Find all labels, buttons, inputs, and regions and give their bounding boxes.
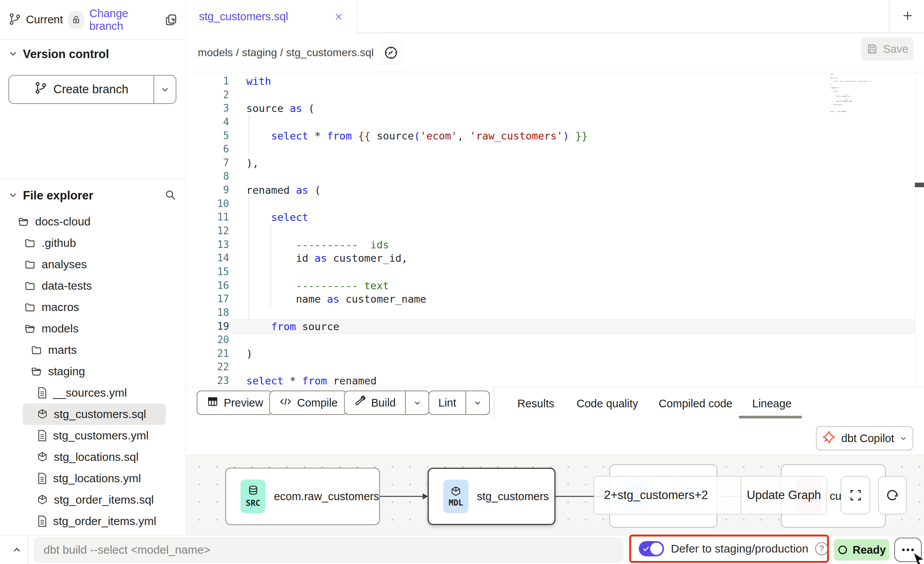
folder-open-icon — [30, 366, 42, 377]
refresh-button[interactable] — [878, 476, 906, 514]
branch-row: Current Change branch — [0, 0, 186, 40]
search-icon[interactable] — [164, 189, 176, 203]
file-tree-item-data-tests[interactable]: data-tests — [8, 275, 176, 297]
sidebar: Current Change branch Version control — [0, 0, 186, 535]
tab-lineage[interactable]: Lineage — [752, 387, 792, 420]
file-tree-item-models[interactable]: models — [8, 318, 176, 339]
minimap[interactable]: with source as ( select * from {{ source… — [830, 74, 914, 383]
file-tree-item-staging[interactable]: staging — [8, 361, 176, 382]
file-tree-item-stg-locations-sql[interactable]: stg_locations.sql — [8, 446, 176, 468]
tab-code-quality[interactable]: Code quality — [577, 387, 638, 420]
node-label: ecom.raw_customers — [274, 490, 379, 503]
current-branch-label: Current — [26, 13, 63, 26]
file-tree-item-macros[interactable]: macros — [8, 297, 176, 318]
close-icon[interactable] — [333, 11, 344, 22]
tab-compiled-code[interactable]: Compiled code — [659, 387, 732, 420]
git-branch-icon — [34, 81, 47, 97]
chevron-down-icon[interactable] — [8, 49, 18, 60]
save-label: Save — [883, 43, 908, 55]
file-tree-item-stg-locations-yml[interactable]: stg_locations.yml — [8, 468, 176, 489]
copy-icon[interactable] — [164, 13, 178, 27]
file-tree-item-docs-cloud[interactable]: docs-cloud — [8, 211, 176, 232]
dbt-copilot-icon — [822, 430, 836, 447]
code-icon — [279, 396, 292, 410]
build-label: Build — [371, 397, 396, 409]
change-branch-link[interactable]: Change branch — [89, 7, 158, 32]
compile-button[interactable]: Compile — [269, 391, 347, 415]
wrench-icon — [354, 395, 366, 410]
file-tree-item-stg-customers-yml[interactable]: stg_customers.yml — [8, 425, 176, 446]
lineage-filter-bar: 2+stg_customers+2 Update Graph — [594, 476, 827, 514]
defer-toggle[interactable] — [639, 541, 664, 556]
lineage-node-stg-customers[interactable]: MDL stg_customers — [428, 468, 556, 525]
file-label: analyses — [42, 258, 87, 271]
editor-separator — [915, 72, 916, 387]
chevron-down-icon[interactable] — [8, 190, 18, 201]
database-icon — [247, 485, 259, 498]
lint-button[interactable]: Lint — [428, 391, 490, 415]
preview-label: Preview — [224, 397, 263, 409]
table-icon — [207, 395, 219, 410]
cube-icon — [450, 485, 462, 498]
breadcrumb-row: models / staging / stg_customers.sql Sav… — [186, 33, 924, 72]
lineage-node-source[interactable]: SRC ecom.raw_customers — [225, 468, 380, 525]
file-label: stg_locations.yml — [53, 472, 141, 485]
compile-label: Compile — [297, 397, 338, 409]
file-tree-item-stg-customers-sql[interactable]: stg_customers.sql — [23, 404, 166, 425]
tab-label: stg_customers.sql — [199, 10, 288, 23]
folder-icon — [30, 344, 42, 356]
lint-caret[interactable] — [465, 391, 489, 414]
code-content: with source as ( select * from {{ source… — [246, 75, 924, 387]
status-bar: dbt build --select <model_name> Defer to… — [0, 535, 924, 564]
build-button[interactable]: Build — [344, 391, 430, 415]
tab-results[interactable]: Results — [517, 387, 554, 420]
status-ready-badge: Ready — [834, 539, 889, 561]
file-tree-item-stg-order-items-yml[interactable]: stg_order_items.yml — [8, 511, 176, 532]
collapse-panel-button[interactable] — [9, 542, 24, 558]
file-icon — [37, 387, 47, 399]
tab-stg-customers-sql[interactable]: stg_customers.sql — [186, 0, 357, 33]
model-icon — [37, 408, 48, 420]
code-content: with source as ( select * from {{ source… — [830, 74, 914, 112]
ready-label: Ready — [853, 544, 886, 556]
status-circle-icon — [837, 545, 848, 555]
preview-button[interactable]: Preview — [197, 391, 273, 415]
update-graph-button[interactable]: Update Graph — [741, 476, 827, 514]
compass-icon[interactable] — [380, 39, 402, 67]
file-label: stg_customers.yml — [53, 429, 149, 442]
scrollbar-thumb[interactable] — [915, 183, 924, 187]
folder-icon — [24, 237, 36, 249]
code-editor[interactable]: 1234567891011121314151617181920212223 wi… — [186, 72, 924, 387]
action-toolbar: Preview Compile Build — [186, 387, 924, 420]
build-caret[interactable] — [405, 391, 429, 414]
fullscreen-button[interactable] — [841, 476, 870, 514]
file-tree-item-stg-order-items-sql[interactable]: stg_order_items.sql — [8, 489, 176, 511]
dbt-copilot-button[interactable]: dbt Copilot — [816, 426, 913, 451]
defer-label: Defer to staging/production — [671, 542, 808, 555]
help-icon[interactable]: ? — [815, 542, 828, 555]
file-label: __sources.yml — [53, 386, 127, 399]
file-label: models — [42, 322, 79, 335]
create-branch-button[interactable]: Create branch — [8, 75, 176, 104]
file-tree-item--github[interactable]: .github — [8, 232, 176, 254]
fullscreen-icon — [849, 488, 863, 502]
command-input[interactable]: dbt build --select <model_name> — [34, 537, 624, 563]
folder-icon — [24, 301, 36, 313]
ellipsis-icon — [901, 548, 914, 552]
lineage-panel[interactable]: SRC ecom.raw_customers MDL stg_customers… — [186, 455, 924, 535]
main-panel: stg_customers.sql models / staging / stg… — [186, 0, 924, 535]
save-button[interactable]: Save — [861, 37, 913, 60]
create-branch-label: Create branch — [53, 83, 128, 96]
folder-open-icon — [24, 323, 36, 334]
line-numbers: 1234567891011121314151617181920212223 — [186, 75, 229, 387]
lineage-selector-input[interactable]: 2+stg_customers+2 — [594, 476, 741, 514]
file-tree-item-marts[interactable]: marts — [8, 339, 176, 361]
folder-open-icon — [17, 216, 29, 227]
new-tab-button[interactable] — [897, 5, 918, 26]
file-tree-item-analyses[interactable]: analyses — [8, 254, 176, 275]
file-label: data-tests — [42, 279, 92, 292]
file-label: stg_order_items.yml — [53, 515, 156, 528]
create-branch-caret[interactable] — [153, 76, 176, 103]
file-tree-item--sources-yml[interactable]: __sources.yml — [8, 382, 176, 404]
tab-strip: stg_customers.sql — [186, 0, 924, 33]
